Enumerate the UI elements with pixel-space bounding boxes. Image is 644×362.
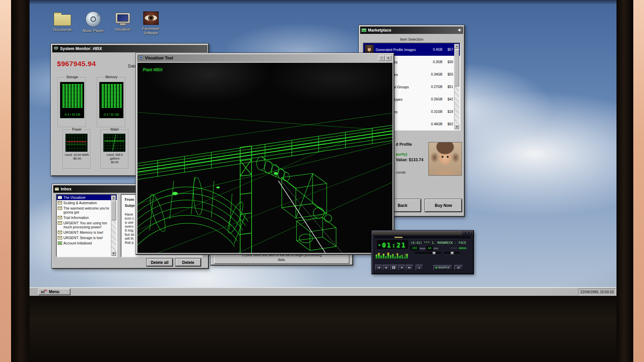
message-row[interactable]: The warmest welcome you're gonna get [57, 206, 117, 215]
item-size: 0.26GB [428, 97, 442, 101]
mono-indicator: mono [450, 246, 457, 250]
profile-value: Value: $133.74 [396, 157, 423, 162]
message-row[interactable]: URGENT: You are using too much processin… [57, 220, 117, 230]
desktop-icon-faceminer[interactable]: Faceminer Software [138, 11, 164, 35]
message-row[interactable]: The Visualizer [57, 195, 117, 200]
stream-info: 192 kbps 44 kHz [411, 246, 438, 251]
delete-button[interactable]: Delete [175, 259, 201, 266]
item-size: 0.3GB [428, 60, 442, 64]
speaker-icon[interactable] [458, 27, 462, 33]
balance-thumb[interactable] [450, 252, 454, 255]
eject-button[interactable]: ▲ [416, 265, 423, 270]
body-fragment: icon c [125, 216, 134, 220]
seek-thumb[interactable] [394, 236, 403, 238]
previous-button[interactable]: |◀ [375, 265, 382, 270]
body-fragment: Have [125, 212, 133, 216]
profile-portrait [428, 142, 462, 176]
repeat-button[interactable]: ⇄ [454, 265, 463, 270]
storage-chart: -5.4 / 32 GB [60, 82, 84, 118]
maximize-icon[interactable]: □ [379, 55, 385, 61]
message-row[interactable]: Scaling & Automation [57, 200, 117, 206]
water-usage-text: Used: 288.0 gallons $0.00 [102, 153, 127, 164]
envelope-icon [58, 236, 62, 240]
pause-button[interactable]: ▌▌ [390, 265, 398, 270]
item-price: $57 [442, 48, 453, 51]
volume-thumb[interactable] [432, 252, 436, 255]
message-row[interactable]: Trial Information [57, 215, 117, 220]
desktop-icon-music-player[interactable]: ♪ Music Player [80, 11, 107, 33]
visualiser-titlebar[interactable]: Visualiser Tool □ × [137, 54, 393, 62]
envelope-icon [58, 201, 62, 205]
scrollbar-thumb[interactable] [454, 49, 459, 86]
scroll-down-icon[interactable]: ▼ [111, 251, 116, 256]
shuffle-button[interactable]: SHUFFLE [433, 265, 452, 270]
player-close-icon[interactable] [469, 232, 472, 234]
gauge-label: Storage [65, 75, 79, 79]
player-shade-icon[interactable] [466, 232, 469, 234]
computer-icon [115, 13, 130, 24]
volume-slider[interactable] [415, 252, 441, 254]
scroll-up-icon[interactable]: ▲ [454, 44, 459, 49]
item-price: $55 [442, 73, 453, 76]
scrollbar-thumb[interactable] [111, 201, 116, 220]
water-meter: Water Used: 288.0 gallons $0.00 [101, 130, 129, 169]
play-button[interactable]: ▶ [383, 265, 390, 270]
message-subject: The Visualizer [63, 195, 86, 199]
marketplace-scrollbar[interactable]: ▲ ▼ [454, 44, 459, 129]
body-fragment: a use [125, 220, 133, 224]
item-price: $30 [442, 60, 453, 64]
taskbar: ni95 Menu 22/09/1999, 15:50:10 [30, 287, 616, 296]
inbox-message-list: The Visualizer Scaling & Automation The … [56, 194, 117, 257]
envelope-icon [55, 186, 59, 192]
seek-bar[interactable] [375, 236, 470, 239]
monitor-bezel-bottom [30, 296, 616, 362]
delete-all-button[interactable]: Delete all [147, 259, 173, 266]
player-titlebar[interactable] [372, 231, 473, 235]
message-subject: Trial Information [63, 216, 89, 220]
water-used: Used: 288.0 gallons [107, 153, 123, 160]
item-price: $42 [442, 97, 453, 101]
monitor-photo: Documents ♪ Music Player Visualizer Face… [0, 0, 644, 362]
purity-fragment: purity) [396, 152, 407, 156]
power-chart [65, 134, 88, 152]
desktop-icon-documents[interactable]: Documents [49, 11, 76, 32]
storage-gauge: Storage -5.4 / 32 GB [58, 77, 87, 128]
memory-chart: 0.3 / 32 GB [99, 82, 123, 118]
message-subject: URGENT: You are using too much processin… [63, 221, 116, 229]
transport-controls: |◀ ▶ ▌▌ ■ ▶| ▲ [375, 265, 423, 270]
delete-label: Delete [182, 260, 194, 265]
wireframe-viewport[interactable]: Plant #85X [138, 63, 392, 253]
system-monitor-icon [54, 46, 58, 52]
memory-bars [101, 84, 122, 108]
balance-slider[interactable] [444, 252, 460, 254]
samplerate-value: 44 [426, 246, 433, 251]
body-fragment: that p [125, 240, 133, 244]
stop-button[interactable]: ■ [398, 265, 406, 270]
scroll-down-icon[interactable]: ▼ [454, 125, 459, 129]
delete-all-label: Delete all [151, 260, 169, 265]
marketplace-titlebar[interactable]: Marketplace [360, 27, 463, 34]
monitor-frame-right [633, 0, 644, 362]
system-monitor-titlebar[interactable]: System Monitor: #85X [52, 45, 207, 52]
item-name: Generated Profile Images [374, 48, 428, 52]
window-title: Marketplace [368, 28, 391, 33]
message-subject: Scaling & Automation [63, 201, 97, 205]
memory-gauge: Memory 0.3 / 32 GB [97, 77, 126, 128]
desktop-icon-visualizer[interactable]: Visualizer [109, 11, 136, 32]
item-size: 0.27GB [428, 85, 442, 89]
next-button[interactable]: ▶| [406, 265, 413, 270]
scroll-up-icon[interactable]: ▲ [111, 195, 116, 200]
power-graph [66, 135, 87, 151]
window-title: System Monitor: #85X [60, 46, 102, 51]
inbox-scrollbar[interactable]: ▲ ▼ [111, 195, 116, 256]
message-row[interactable]: Account Initialised [57, 240, 117, 246]
buy-now-button[interactable]: Buy Now [425, 199, 462, 212]
menu-button[interactable]: ni95 Menu [38, 288, 70, 295]
body-fragment: but as [125, 232, 135, 236]
buy-now-label: Buy Now [435, 203, 452, 208]
close-icon[interactable]: × [385, 55, 391, 61]
message-row[interactable]: URGENT: Storage is low! [57, 235, 117, 240]
message-row[interactable]: URGENT: Memory is low! [57, 230, 117, 235]
player-minimize-icon[interactable] [462, 232, 465, 234]
item-price: $51 [442, 85, 453, 89]
